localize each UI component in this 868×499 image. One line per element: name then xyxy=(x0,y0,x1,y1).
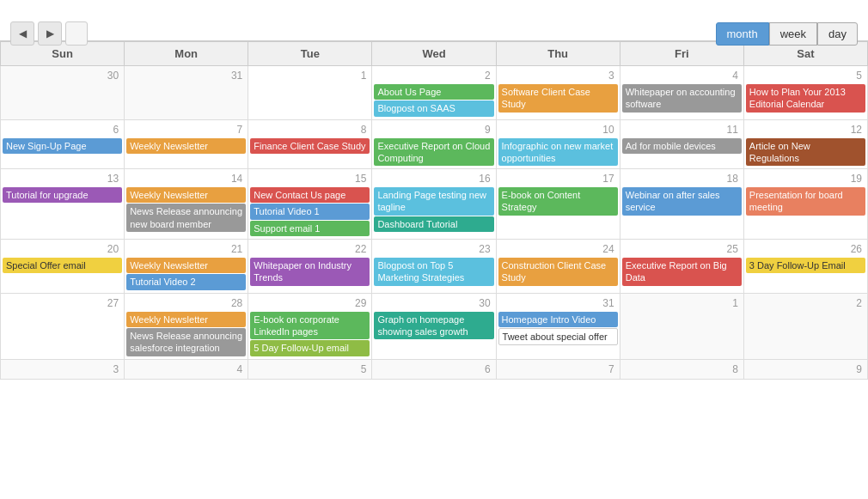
week-row: 3456789 xyxy=(1,359,868,379)
calendar-cell: 6New Sign-Up Page xyxy=(1,119,125,169)
calendar-event[interactable]: New Sign-Up Page xyxy=(3,138,122,154)
calendar-event[interactable]: Presentation for board meeting xyxy=(746,187,865,216)
day-number: 26 xyxy=(746,241,865,257)
week-row: 20Special Offer email21Weekly Newsletter… xyxy=(1,240,868,294)
calendar-event[interactable]: Weekly Newsletter xyxy=(126,312,246,327)
calendar-cell: 24Construction Client Case Study xyxy=(496,240,620,294)
calendar-event[interactable]: About Us Page xyxy=(374,84,493,100)
calendar-cell: 13Tutorial for upgrade xyxy=(1,169,125,240)
calendar-event[interactable]: Article on New Regulations xyxy=(746,138,865,167)
day-number: 17 xyxy=(498,171,618,186)
next-button[interactable]: ▶ xyxy=(38,21,62,46)
calendar-cell: 19Presentation for board meeting xyxy=(743,169,867,240)
calendar-event[interactable]: Weekly Newsletter xyxy=(126,258,246,273)
calendar-event[interactable]: How to Plan Your 2013 Editorial Calendar xyxy=(746,84,865,113)
week-view-button[interactable]: week xyxy=(769,22,817,46)
day-number: 4 xyxy=(126,362,246,377)
calendar-event[interactable]: Support email 1 xyxy=(250,221,370,236)
calendar-event[interactable]: Construction Client Case Study xyxy=(498,258,618,286)
calendar-cell: 15New Contact Us pageTutorial Video 1Sup… xyxy=(248,169,372,240)
calendar-cell: 3Software Client Case Study xyxy=(496,66,620,120)
week-row: 6New Sign-Up Page7Weekly Newsletter8Fina… xyxy=(1,119,868,169)
calendar-event[interactable]: Whitepaper on Industry Trends xyxy=(250,258,370,286)
day-view-button[interactable]: day xyxy=(817,22,858,46)
calendar-event[interactable]: Blogpost on Top 5 Marketing Strategies xyxy=(374,258,493,286)
day-number: 2 xyxy=(746,295,865,311)
calendar-event[interactable]: Webinar on after sales service xyxy=(622,187,742,216)
calendar-cell: 31 xyxy=(125,66,248,120)
today-button[interactable] xyxy=(65,21,88,46)
prev-button[interactable]: ◀ xyxy=(10,21,34,46)
calendar-cell: 3 xyxy=(1,359,125,379)
calendar-cell: 1 xyxy=(620,293,743,359)
calendar-cell: 23Blogpost on Top 5 Marketing Strategies xyxy=(372,240,496,294)
week-row: 2728Weekly NewsletterNews Release announ… xyxy=(1,293,868,359)
calendar-event[interactable]: Blogpost on SAAS xyxy=(374,100,493,116)
calendar-event[interactable]: 3 Day Follow-Up Email xyxy=(746,258,865,273)
calendar-event[interactable]: News Release announcing salesforce integ… xyxy=(126,328,246,356)
day-header-wed: Wed xyxy=(372,41,496,66)
calendar-event[interactable]: News Release announcing new board member xyxy=(126,204,246,232)
view-buttons: month week day xyxy=(716,22,858,46)
calendar-event[interactable]: Infographic on new market opportunities xyxy=(498,138,618,167)
calendar-cell: 28Weekly NewsletterNews Release announci… xyxy=(125,293,248,359)
calendar-event[interactable]: Software Client Case Study xyxy=(498,84,618,113)
calendar-cell: 4Whitepaper on accounting software xyxy=(620,66,743,120)
day-number: 7 xyxy=(126,122,246,137)
calendar-event[interactable]: Ad for mobile devices xyxy=(622,138,742,154)
day-number: 25 xyxy=(622,241,742,257)
calendar-event[interactable]: E-book on Content Strategy xyxy=(498,187,618,216)
week-row: 303112About Us PageBlogpost on SAAS3Soft… xyxy=(1,66,868,120)
calendar-cell: 8 xyxy=(620,359,743,379)
day-number: 5 xyxy=(250,362,370,377)
calendar-event[interactable]: Whitepaper on accounting software xyxy=(622,84,742,113)
calendar-cell: 14Weekly NewsletterNews Release announci… xyxy=(125,169,248,240)
calendar-cell: 2 xyxy=(743,293,867,359)
calendar-event[interactable]: Tutorial Video 2 xyxy=(126,274,246,289)
calendar-event[interactable]: 5 Day Follow-Up email xyxy=(250,340,370,356)
calendar-event[interactable]: E-book on corporate LinkedIn pages xyxy=(250,312,370,340)
calendar-cell: 7 xyxy=(496,359,620,379)
week-row: 13Tutorial for upgrade14Weekly Newslette… xyxy=(1,169,868,240)
day-number: 8 xyxy=(250,122,370,137)
calendar-event[interactable]: Executive Report on Big Data xyxy=(622,258,742,286)
day-number: 18 xyxy=(622,171,742,186)
day-number: 3 xyxy=(3,362,122,377)
calendar-cell: 2About Us PageBlogpost on SAAS xyxy=(372,66,496,120)
day-number: 19 xyxy=(746,171,865,186)
calendar-event[interactable]: Tutorial for upgrade xyxy=(3,187,122,203)
calendar-event[interactable]: Graph on homepage showing sales growth xyxy=(374,312,493,340)
calendar-cell: 12Article on New Regulations xyxy=(743,119,867,169)
day-number: 30 xyxy=(374,295,493,311)
calendar-cell: 9Executive Report on Cloud Computing xyxy=(372,119,496,169)
calendar-event[interactable]: Weekly Newsletter xyxy=(126,138,246,154)
day-number: 10 xyxy=(498,122,618,137)
day-header-mon: Mon xyxy=(125,41,248,66)
calendar-event[interactable]: Tweet about special offer xyxy=(498,328,618,345)
calendar-event[interactable]: Weekly Newsletter xyxy=(126,187,246,203)
day-number: 21 xyxy=(126,241,246,257)
day-number: 5 xyxy=(746,68,865,83)
calendar-event[interactable]: Tutorial Video 1 xyxy=(250,204,370,219)
day-number: 28 xyxy=(126,295,246,311)
month-view-button[interactable]: month xyxy=(716,22,769,46)
calendar-event[interactable]: Executive Report on Cloud Computing xyxy=(374,138,493,167)
day-number: 16 xyxy=(374,171,493,186)
calendar-event[interactable]: Landing Page testing new tagline xyxy=(374,187,493,216)
calendar-event[interactable]: Dashboard Tutorial xyxy=(374,216,493,232)
calendar-cell: 22Whitepaper on Industry Trends xyxy=(248,240,372,294)
day-number: 6 xyxy=(374,362,493,377)
day-number: 4 xyxy=(622,68,742,83)
calendar-cell: 9 xyxy=(743,359,867,379)
day-number: 7 xyxy=(498,362,618,377)
day-number: 1 xyxy=(622,295,742,311)
calendar-event[interactable]: Special Offer email xyxy=(3,258,122,273)
day-number: 24 xyxy=(498,241,618,257)
calendar-event[interactable]: New Contact Us page xyxy=(250,187,370,203)
calendar-table: SunMonTueWedThuFriSat 303112About Us Pag… xyxy=(0,40,868,380)
calendar-event[interactable]: Homepage Intro Video xyxy=(498,312,618,327)
calendar-cell: 4 xyxy=(125,359,248,379)
calendar-cell: 11Ad for mobile devices xyxy=(620,119,743,169)
day-number: 23 xyxy=(374,241,493,257)
calendar-event[interactable]: Finance Client Case Study xyxy=(250,138,370,154)
